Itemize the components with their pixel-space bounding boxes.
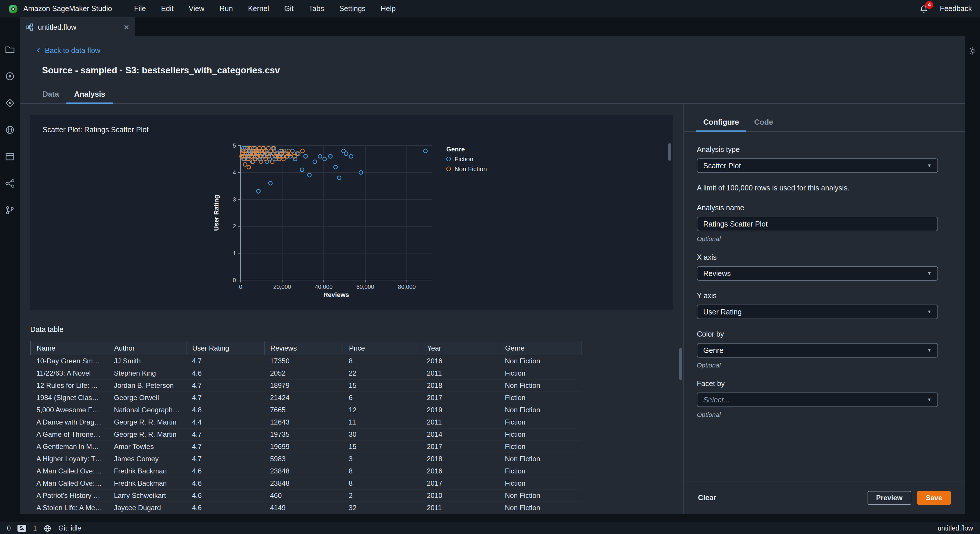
table-row[interactable]: A Dance with Dragons (...George R. R. Ma… [30,416,581,428]
table-cell: 2016 [421,355,499,367]
menu-git[interactable]: Git [284,5,294,13]
facet-by-placeholder: Select... [703,396,729,404]
tab-code[interactable]: Code [747,113,781,131]
table-cell: Fiction [499,416,581,428]
menu-file[interactable]: File [134,5,146,13]
notifications-button[interactable]: 4 [920,4,928,13]
feedback-button[interactable]: Feedback [940,5,972,13]
analysis-results-pane: Scatter Plot: Ratings Scatter Plot 01234… [20,104,683,513]
y-axis-select[interactable]: User Rating ▼ [697,305,938,319]
running-terminals-icon[interactable] [4,70,16,81]
table-row[interactable]: 5,000 Awesome Facts (...National Geograp… [30,404,581,416]
svg-text:1: 1 [233,250,236,256]
tab-untitled-flow[interactable]: untitled.flow ✕ [20,17,135,36]
table-row[interactable]: A Stolen Life: A MemoirJaycee Dugard4.64… [30,502,581,513]
gear-icon[interactable] [967,45,978,57]
x-axis-select[interactable]: Reviews ▼ [697,266,938,281]
git-status[interactable]: Git: idle [59,525,81,532]
column-header[interactable]: Price [343,341,421,355]
table-row[interactable]: 12 Rules for Life: An An...Jordan B. Pet… [30,379,581,392]
menu-edit[interactable]: Edit [161,5,173,13]
table-row[interactable]: 10-Day Green Smoothi...JJ Smith4.7173508… [30,355,581,367]
table-row[interactable]: A Higher Loyalty: Truth,...James Comey4.… [30,453,581,465]
table-row[interactable]: A Man Called Ove: A No...Fredrik Backman… [30,477,581,490]
table-cell: 2 [343,490,421,502]
table-cell: 4.7 [186,392,264,404]
git-icon[interactable] [4,97,16,108]
column-header[interactable]: Author [108,341,186,355]
table-cell: 2019 [421,404,499,416]
chart-title: Scatter Plot: Ratings Scatter Plot [43,126,149,134]
chevron-left-icon [36,47,41,54]
analysis-name-input[interactable] [697,217,938,231]
preview-button[interactable]: Preview [867,491,911,505]
kernel-sessions-badge[interactable]: S. [18,525,26,532]
back-to-data-flow-link[interactable]: Back to data flow [36,46,100,54]
pipelines-icon[interactable] [4,178,16,189]
clusters-icon[interactable] [4,124,16,135]
svg-text:60,000: 60,000 [356,284,374,290]
terminals-count[interactable]: 0 [7,525,11,532]
column-header[interactable]: Genre [499,341,581,355]
table-cell: 5983 [264,453,343,465]
column-header[interactable]: User Rating [186,341,264,355]
table-cell: A Patriot's History of th... [30,490,108,502]
property-inspector-icon[interactable] [4,151,16,162]
svg-text:User Rating: User Rating [213,195,220,230]
pane-scrollbar-thumb[interactable] [679,348,682,380]
view-tabs: Data Analysis [20,85,965,104]
table-cell: 4.6 [186,490,264,502]
menu-tabs[interactable]: Tabs [309,5,324,13]
color-by-select[interactable]: Genre ▼ [697,343,938,358]
analysis-type-select[interactable]: Scatter Plot ▼ [697,158,938,173]
table-cell: 2010 [421,490,499,502]
table-cell: 2017 [421,392,499,404]
left-activity-bar [0,36,20,522]
experiments-icon[interactable] [4,204,16,215]
table-cell: 21424 [264,392,343,404]
table-row[interactable]: 1984 (Signet Classics)George Orwell4.721… [30,392,581,404]
tab-close-icon[interactable]: ✕ [124,23,129,31]
facet-by-select[interactable]: Select... ▼ [697,393,938,407]
x-axis-label: X axis [697,253,938,261]
top-menu-bar: Amazon SageMaker Studio File Edit View R… [0,0,980,17]
table-row[interactable]: A Patriot's History of th...Larry Schwei… [30,490,581,502]
table-cell: 4.7 [186,355,264,367]
tab-data[interactable]: Data [35,85,67,103]
legend-item-fiction[interactable]: Fiction [446,156,487,162]
clear-button[interactable]: Clear [698,491,716,504]
tab-analysis[interactable]: Analysis [67,85,113,103]
file-browser-icon[interactable] [4,44,16,55]
table-cell: 2011 [421,502,499,513]
table-row[interactable]: A Man Called Ove: A No...Fredrik Backman… [30,465,581,477]
table-row[interactable]: 11/22/63: A NovelStephen King4.620522220… [30,367,581,379]
table-cell: 4.6 [186,367,264,379]
menu-settings[interactable]: Settings [339,5,365,13]
kernels-count[interactable]: 1 [33,525,37,532]
facet-by-field: Facet by Select... ▼ Optional [697,380,938,418]
column-header[interactable]: Name [30,341,108,355]
menu-kernel[interactable]: Kernel [248,5,269,13]
table-cell: Fiction [499,392,581,404]
legend-item-nonfiction[interactable]: Non Fiction [446,165,487,172]
chevron-down-icon: ▼ [927,271,932,276]
table-row[interactable]: A Gentleman in Mosco...Amor Towles4.7196… [30,440,581,453]
menu-help[interactable]: Help [381,5,396,13]
table-cell: A Higher Loyalty: Truth,... [30,453,108,465]
save-button[interactable]: Save [917,491,951,505]
table-cell: 2017 [421,477,499,490]
table-row[interactable]: A Game of Thrones / A ...George R. R. Ma… [30,428,581,440]
table-cell: Fiction [499,465,581,477]
globe-icon[interactable] [44,524,52,532]
tab-configure[interactable]: Configure [696,113,747,131]
chart-scrollbar-thumb[interactable] [668,143,671,161]
table-cell: 15 [343,440,421,453]
table-cell: 30 [343,428,421,440]
table-cell: 4.8 [186,404,264,416]
data-table-title: Data table [30,326,683,334]
column-header[interactable]: Reviews [264,341,343,355]
menu-view[interactable]: View [189,5,205,13]
menu-run[interactable]: Run [220,5,233,13]
column-header[interactable]: Year [421,341,499,355]
table-cell: 12 [343,404,421,416]
